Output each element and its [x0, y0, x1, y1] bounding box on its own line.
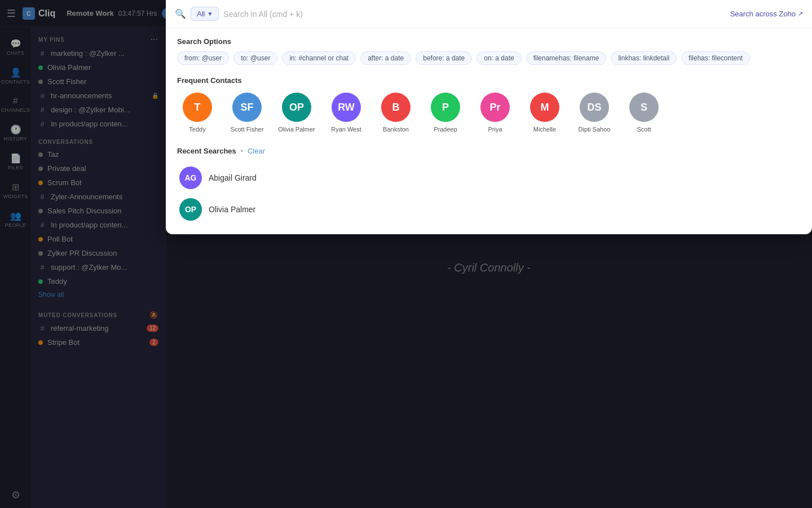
contact-ryan-west[interactable]: RW Ryan West	[326, 93, 367, 133]
chevron-down-icon: ▼	[207, 11, 213, 17]
contact-scottfisher-avatar: SF	[232, 93, 262, 122]
recent-olivia-avatar: OP	[179, 198, 202, 221]
recent-searches-title: Recent Searches	[177, 147, 236, 155]
external-link-icon: ↗	[798, 10, 803, 17]
search-tag-from[interactable]: from: @user	[177, 51, 229, 65]
search-filter-label: All	[197, 10, 205, 18]
contact-priya[interactable]: Pr Priya	[475, 93, 515, 133]
search-option-tags: from: @user to: @user in: #channel or ch…	[177, 51, 801, 65]
contact-scott[interactable]: S Scott	[624, 93, 664, 133]
contact-scott-avatar: S	[629, 93, 659, 122]
contact-scott-name: Scott	[637, 125, 651, 133]
search-magnifier-icon: 🔍	[175, 8, 186, 19]
search-tag-after[interactable]: after: a date	[360, 51, 411, 65]
contact-teddy-avatar: T	[183, 93, 212, 122]
contact-pradeep-avatar: P	[431, 93, 460, 122]
contact-priya-name: Priya	[488, 125, 502, 133]
contact-olivia-palmer[interactable]: OP Olivia Palmer	[276, 93, 317, 133]
recent-searches-header: Recent Searches • Clear	[177, 147, 801, 155]
contact-ryan-avatar: RW	[332, 93, 361, 122]
contact-ryan-name: Ryan West	[331, 125, 361, 133]
search-tag-to[interactable]: to: @user	[233, 51, 277, 65]
contact-pradeep[interactable]: P Pradeep	[425, 93, 466, 133]
recent-abigail[interactable]: AG Abigail Girard	[177, 162, 801, 194]
search-tag-filename[interactable]: filenamehas: filename	[526, 51, 607, 65]
recent-separator: •	[241, 147, 243, 155]
contact-teddy[interactable]: T Teddy	[177, 93, 218, 133]
contact-olivia-name: Olivia Palmer	[278, 125, 315, 133]
search-tag-in[interactable]: in: #channel or chat	[282, 51, 356, 65]
search-bar: 🔍 All ▼ Search across Zoho ↗	[166, 0, 812, 28]
contact-teddy-name: Teddy	[189, 125, 205, 133]
contact-michelle-avatar: M	[530, 93, 559, 122]
recent-abigail-avatar: AG	[179, 167, 202, 189]
contact-priya-avatar: Pr	[480, 93, 510, 122]
contact-bankston-avatar: B	[381, 93, 411, 122]
recent-olivia-name: Olivia Palmer	[209, 205, 255, 214]
contact-michelle[interactable]: M Michelle	[524, 93, 565, 133]
contact-dipti-avatar: DS	[580, 93, 609, 122]
contact-dipti[interactable]: DS Dipti Sahoo	[574, 93, 615, 133]
contact-pradeep-name: Pradeep	[434, 125, 457, 133]
search-tag-filehas[interactable]: filehas: filecontent	[681, 51, 750, 65]
search-tag-on[interactable]: on: a date	[476, 51, 521, 65]
contact-bankston-name: Bankston	[383, 125, 409, 133]
recent-abigail-name: Abigail Girard	[209, 173, 257, 182]
search-filter-button[interactable]: All ▼	[191, 7, 219, 21]
search-across-zoho-link[interactable]: Search across Zoho ↗	[730, 10, 803, 18]
contact-olivia-avatar: OP	[282, 93, 311, 122]
search-across-zoho-text: Search across Zoho	[730, 10, 796, 18]
search-body: Search Options from: @user to: @user in:…	[166, 28, 812, 234]
contact-scott-fisher[interactable]: SF Scott Fisher	[227, 93, 267, 133]
search-input[interactable]	[223, 10, 725, 19]
contact-bankston[interactable]: B Bankston	[376, 93, 416, 133]
search-tag-linkhas[interactable]: linkhas: linkdetail	[611, 51, 677, 65]
recent-clear-button[interactable]: Clear	[248, 147, 265, 155]
contact-scottfisher-name: Scott Fisher	[231, 125, 264, 133]
frequent-contacts-row: T Teddy SF Scott Fisher OP Olivia Palmer…	[177, 93, 801, 133]
recent-olivia[interactable]: OP Olivia Palmer	[177, 194, 801, 225]
search-tag-before[interactable]: before: a date	[416, 51, 472, 65]
contact-dipti-name: Dipti Sahoo	[579, 125, 611, 133]
search-options-title: Search Options	[177, 37, 801, 46]
frequent-contacts-title: Frequent Contacts	[177, 76, 801, 85]
search-modal: 🔍 All ▼ Search across Zoho ↗ Search Opti…	[166, 0, 812, 234]
contact-michelle-name: Michelle	[533, 125, 556, 133]
